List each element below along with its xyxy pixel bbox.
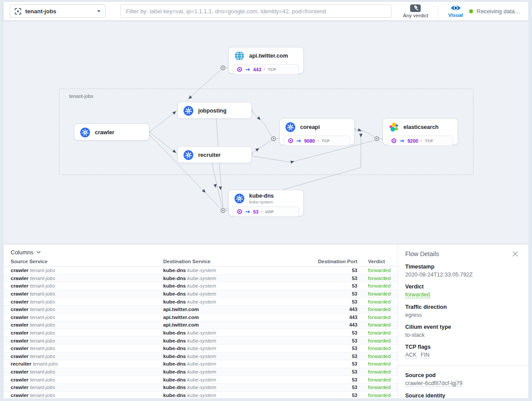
service-node-crawler[interactable]: crawler: [74, 124, 149, 140]
source-namespace: tenant-jobs: [30, 354, 55, 359]
table-row[interactable]: crawler tenant-jobs api.twitter.com 443 …: [4, 306, 398, 314]
flow-detail-label: Traffic direction: [405, 304, 521, 310]
service-node-api-twitter[interactable]: api.twitter.com 443 TCP: [228, 47, 304, 74]
table-row[interactable]: recruiter tenant-jobs kube-dns kube-syst…: [4, 360, 398, 368]
destination-service-name: kube-dns: [163, 346, 186, 351]
flow-detail-label: TCP flags: [405, 344, 521, 350]
status-dot: [469, 9, 473, 13]
flow-detail-section: Verdictforwarded: [405, 284, 521, 298]
service-node-kube-dns[interactable]: kube-dns kube-system 53 UDP: [228, 190, 304, 216]
source-service-name: crawler: [11, 268, 28, 273]
destination-port: 53: [309, 385, 357, 390]
table-row[interactable]: crawler tenant-jobs kube-dns kube-system…: [4, 275, 398, 283]
flow-detail-value[interactable]: crawler-6cdf87dcf-lgj79: [405, 380, 462, 387]
verdict-value: forwarded: [357, 299, 398, 304]
service-title: crawler: [95, 129, 114, 136]
source-namespace: tenant-jobs: [30, 283, 55, 288]
destination-port: 443: [309, 315, 357, 320]
visual-toggle[interactable]: Visual: [448, 4, 463, 18]
service-node-elasticsearch[interactable]: elasticsearch 9200 TCP: [383, 118, 458, 145]
table-row[interactable]: crawler tenant-jobs api.twitter.com 443 …: [4, 314, 398, 322]
flow-detail-value[interactable]: forwarded: [405, 292, 430, 298]
table-row[interactable]: crawler tenant-jobs kube-dns kube-system…: [4, 329, 398, 337]
service-title: coreapi: [300, 124, 320, 130]
kubernetes-icon: [286, 122, 295, 132]
destination-port: 53: [309, 330, 357, 335]
source-namespace: tenant-jobs: [30, 307, 55, 312]
destination-port: 53: [309, 361, 357, 366]
source-namespace: tenant-jobs: [33, 361, 58, 366]
destination-port: 53: [309, 299, 357, 304]
column-header-destination: Destination Service: [163, 259, 309, 264]
verdict-value: forwarded: [357, 338, 398, 343]
destination-port: 53: [309, 377, 357, 382]
table-row[interactable]: crawler tenant-jobs kube-dns kube-system…: [4, 376, 398, 384]
flow-detail-value[interactable]: ACK: [405, 352, 417, 358]
destination-namespace: kube-system: [187, 369, 216, 374]
access-point[interactable]: 9200 TCP: [387, 136, 454, 146]
table-row[interactable]: crawler tenant-jobs kube-dns kube-system…: [4, 290, 398, 298]
kubernetes-icon: [184, 150, 193, 160]
app: tenant-jobs Any verdict Visual: [0, 0, 532, 401]
destination-namespace: kube-system: [187, 268, 216, 273]
destination-port: 53: [309, 369, 357, 374]
destination-service-name: kube-dns: [163, 330, 186, 335]
flow-details-sections: Timestamp2020-08-24T12:33:05.792ZVerdict…: [405, 264, 521, 398]
verdict-value: forwarded: [357, 268, 398, 273]
destination-namespace: kube-system: [187, 299, 216, 304]
source-namespace: tenant-jobs: [30, 268, 55, 273]
flow-detail-value[interactable]: FIN: [421, 352, 430, 358]
table-row[interactable]: crawler tenant-jobs kube-dns kube-system…: [4, 298, 398, 306]
destination-namespace: kube-system: [187, 385, 216, 390]
flow-details-panel: Flow Details Timestamp2020-08-24T12:33:0…: [398, 245, 528, 398]
destination-service-name: api.twitter.com: [163, 307, 199, 312]
flow-detail-label: Cilium event type: [405, 324, 521, 330]
source-service-name: crawler: [11, 338, 28, 343]
destination-port: 53: [309, 393, 357, 398]
dot-separator: [317, 140, 319, 141]
source-service-name: crawler: [11, 299, 28, 304]
destination-service-name: kube-dns: [163, 369, 186, 374]
port-shield-icon: [391, 138, 397, 144]
table-row[interactable]: crawler tenant-jobs kube-dns kube-system…: [4, 337, 398, 345]
source-service-name: crawler: [11, 283, 28, 288]
table-row[interactable]: crawler tenant-jobs kube-dns kube-system…: [4, 353, 398, 361]
table-row[interactable]: crawler tenant-jobs kube-dns kube-system…: [4, 392, 398, 399]
chevron-down-icon: [36, 251, 41, 253]
close-icon[interactable]: [512, 251, 518, 257]
protocol-label: TCP: [268, 67, 276, 72]
port-number: 443: [253, 67, 261, 72]
source-service-name: crawler: [11, 354, 28, 359]
flow-detail-section: Traffic directionegress: [405, 304, 521, 318]
verdict-value: forwarded: [357, 283, 398, 288]
table-row[interactable]: crawler tenant-jobs kube-dns kube-system…: [4, 345, 398, 353]
table-row[interactable]: crawler tenant-jobs kube-dns kube-system…: [4, 282, 398, 290]
verdict-value: forwarded: [357, 307, 398, 312]
table-row[interactable]: crawler tenant-jobs kube-dns kube-system…: [4, 384, 398, 392]
filter-input[interactable]: [120, 4, 391, 18]
verdict-filter-button[interactable]: Any verdict: [403, 4, 428, 18]
destination-namespace: kube-system: [187, 330, 216, 335]
table-row[interactable]: crawler tenant-jobs kube-dns kube-system…: [4, 267, 398, 275]
service-namespace: kube-system: [249, 199, 274, 204]
protocol-label: TCP: [425, 139, 433, 143]
destination-service-name: kube-dns: [163, 361, 186, 366]
verdict-value: forwarded: [357, 377, 398, 382]
service-node-coreapi[interactable]: coreapi 9080 TCP: [279, 118, 355, 145]
columns-button[interactable]: Columns: [11, 249, 41, 256]
namespace-select[interactable]: tenant-jobs: [10, 4, 106, 18]
access-point[interactable]: 9080 TCP: [284, 136, 350, 146]
service-node-recruiter[interactable]: recruiter: [177, 146, 252, 163]
flow-detail-section: Source podcrawler-6cdf87dcf-lgj79: [405, 372, 521, 387]
flow-detail-label: Source pod: [405, 372, 521, 378]
table-row[interactable]: crawler tenant-jobs kube-dns kube-system…: [4, 368, 398, 376]
access-point[interactable]: 53 UDP: [233, 206, 299, 217]
source-namespace: tenant-jobs: [30, 276, 55, 281]
column-header-verdict: Verdict: [357, 259, 398, 264]
destination-port: 443: [309, 322, 357, 327]
flow-detail-value: 2020-08-24T12:33:05.792Z: [405, 272, 473, 278]
access-point[interactable]: 443 TCP: [233, 64, 299, 74]
table-row[interactable]: crawler tenant-jobs api.twitter.com 443 …: [4, 321, 398, 329]
service-node-jobposting[interactable]: jobposting: [177, 102, 252, 119]
table-header: Source Service Destination Service Desti…: [4, 256, 398, 267]
